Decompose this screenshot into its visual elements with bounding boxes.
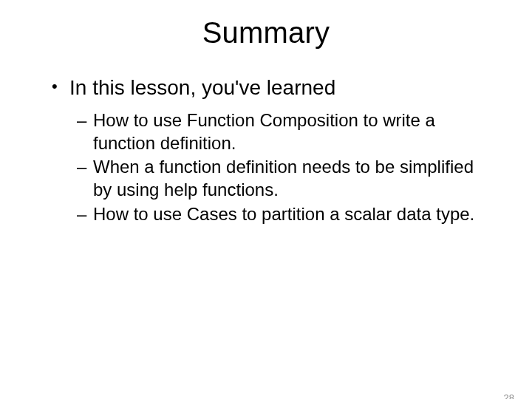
bullet-level2: – How to use Cases to partition a scalar… [77, 203, 488, 226]
slide-title: Summary [0, 16, 532, 50]
bullet-dash-icon: – [77, 109, 93, 154]
bullet-level2-text: How to use Cases to partition a scalar d… [93, 203, 488, 226]
sub-bullet-list: – How to use Function Composition to wri… [77, 109, 488, 226]
bullet-level2-text: When a function definition needs to be s… [93, 156, 488, 201]
slide-body: • In this lesson, you've learned – How t… [0, 75, 532, 226]
bullet-level1-text: In this lesson, you've learned [69, 75, 488, 100]
bullet-dot-icon: • [52, 75, 69, 100]
bullet-level2: – How to use Function Composition to wri… [77, 109, 488, 154]
bullet-dash-icon: – [77, 203, 93, 226]
slide: Summary • In this lesson, you've learned… [0, 16, 532, 399]
page-number: 28 [504, 392, 514, 399]
bullet-level2: – When a function definition needs to be… [77, 156, 488, 201]
bullet-level1: • In this lesson, you've learned [52, 75, 488, 100]
bullet-dash-icon: – [77, 156, 93, 201]
bullet-level2-text: How to use Function Composition to write… [93, 109, 488, 154]
